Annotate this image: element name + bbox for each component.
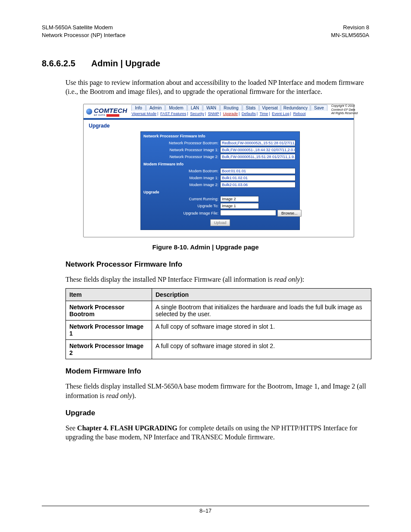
table-head-item: Item xyxy=(66,289,152,301)
upgrade-panel: Network Processor Firmware Info Network … xyxy=(140,131,300,230)
current-running-value: Image 2 xyxy=(220,196,259,202)
subnav-fast-features[interactable]: FAST Features xyxy=(160,112,186,116)
np-description-table: Item Description Network Processor Bootr… xyxy=(65,288,371,359)
np-bootrom-value: Redboot,FW-0000052L,15:51:28 01/27/11,1.… xyxy=(220,140,296,146)
table-item-1: Network Processor Image 1 xyxy=(66,320,152,340)
subnav-event-log[interactable]: Event Log xyxy=(272,112,290,116)
upgrade-section-title: Upgrade xyxy=(65,409,369,417)
table-desc-2: A full copy of software image stored in … xyxy=(152,340,371,359)
upgrade-file-label: Upgrade Image File: xyxy=(142,211,220,215)
modem-image1-label: Modem Image 1: xyxy=(142,176,220,180)
table-head-desc: Description xyxy=(152,289,371,301)
main-tabs: Info Admin Modem LAN WAN Routing Stats V… xyxy=(131,105,328,111)
brand-name: COMTECH xyxy=(94,107,127,114)
upgrade-text-a: See xyxy=(65,424,77,432)
copyright-line-3: All Rights Reserved xyxy=(331,112,367,115)
np-intro-a: These fields display the installed NP In… xyxy=(65,276,274,283)
tab-modem[interactable]: Modem xyxy=(165,105,187,111)
tab-vipersat[interactable]: Vipersat xyxy=(259,105,280,111)
tab-routing[interactable]: Routing xyxy=(220,105,242,111)
subnav-time[interactable]: Time xyxy=(260,112,268,116)
upgrade-text-b: Chapter 4. FLASH UPGRADING xyxy=(77,424,177,432)
modem-fw-group-title: Modem Firmware Info xyxy=(142,161,299,167)
modem-text-d: ). xyxy=(132,392,136,399)
table-item-0: Network Processor Bootrom xyxy=(66,301,152,320)
runhdr-right-1: Revision 8 xyxy=(343,24,369,31)
tab-redundancy[interactable]: Redundancy xyxy=(281,105,310,111)
tab-lan[interactable]: LAN xyxy=(187,105,202,111)
tab-wan[interactable]: WAN xyxy=(203,105,220,111)
np-intro-c: ): xyxy=(300,276,304,283)
tab-info[interactable]: Info xyxy=(131,105,146,111)
brand-sub: EF DATA xyxy=(94,114,106,116)
upgrade-file-input[interactable] xyxy=(220,210,276,216)
modem-image2-label: Modem Image 2: xyxy=(142,183,220,187)
np-image2-label: Network Processor Image 2: xyxy=(142,155,220,159)
table-desc-1: A full copy of software image stored in … xyxy=(152,320,371,340)
subnav-snmp[interactable]: SNMP xyxy=(208,112,219,116)
screenshot-panel: COMTECH EF DATA Copyright © 2010 Comtech… xyxy=(83,104,354,237)
section-number: 8.6.6.2.5 xyxy=(42,59,89,68)
runhdr-left-1: SLM-5650A Satellite Modem xyxy=(42,24,113,31)
browse-button[interactable]: Browse... xyxy=(277,210,302,217)
np-image1-value: Bulk,FW-0000051-,18:44:32 02/07/11,2.0.0… xyxy=(220,147,296,153)
screenshot-page-title: Upgrade xyxy=(89,123,349,129)
subnav-security[interactable]: Security xyxy=(190,112,204,116)
modem-bootrom-label: Modem Bootrom: xyxy=(142,169,220,173)
upload-button[interactable]: Upload xyxy=(210,219,230,226)
upgrade-section-text: See Chapter 4. FLASH UPGRADING for compl… xyxy=(65,423,369,442)
upgrade-to-label: Upgrade To: xyxy=(142,204,220,208)
modem-image1-value: Bulk1:01.02.01 xyxy=(220,175,296,181)
page-number: 8–17 xyxy=(0,508,411,514)
runhdr-right-2: MN-SLM5650A xyxy=(331,32,369,38)
footer-rule xyxy=(42,506,369,506)
runhdr-left-2: Network Processor (NP) Interface xyxy=(42,32,125,38)
copyright-line-1: Copyright © 2010 xyxy=(331,104,367,108)
subnav-vipersat-mode[interactable]: Vipersat Mode xyxy=(131,112,156,116)
section-heading: 8.6.6.2.5 Admin | Upgrade xyxy=(42,59,369,68)
tab-admin[interactable]: Admin xyxy=(146,105,165,111)
np-image2-value: Bulk,FW-0000051L,15:51:28 01/27/11,1.9.1 xyxy=(220,154,296,160)
upgrade-group-title: Upgrade xyxy=(142,189,299,195)
modem-image2-value: Bulk2:01.03.06 xyxy=(220,182,296,188)
table-row: Network Processor Image 1 A full copy of… xyxy=(66,320,371,340)
np-intro-b: read only xyxy=(274,276,300,283)
modem-text-a: These fields display installed SLM-5650A… xyxy=(65,383,357,390)
tab-save[interactable]: Save xyxy=(311,105,327,111)
current-running-label: Current Running: xyxy=(142,197,220,201)
modem-bootrom-value: Boot:01.01.01 xyxy=(220,168,296,174)
np-bootrom-label: Network Processor Bootrom: xyxy=(142,141,220,145)
tab-stats[interactable]: Stats xyxy=(243,105,259,111)
np-section-intro: These fields display the installed NP In… xyxy=(65,275,369,284)
globe-icon xyxy=(86,109,92,115)
np-fw-group-title: Network Processor Firmware Info xyxy=(142,133,299,139)
np-section-title: Network Processor Firmware Info xyxy=(65,260,369,269)
brand-logo: COMTECH EF DATA xyxy=(84,104,130,118)
section-title: Admin | Upgrade xyxy=(91,59,160,68)
sub-nav: Vipersat Mode| FAST Features| Security| … xyxy=(131,111,328,116)
figure-caption: Figure 8-10. Admin | Upgrade page xyxy=(42,243,369,251)
modem-section-title: Modem Firmware Info xyxy=(65,367,369,376)
table-row: Network Processor Image 2 A full copy of… xyxy=(66,340,371,359)
running-header: SLM-5650A Satellite Modem Network Proces… xyxy=(42,24,369,39)
modem-section-text: These fields display installed SLM-5650A… xyxy=(65,382,369,400)
brand-stripe-icon xyxy=(106,114,119,117)
copyright-line-2: Comtech EF Data xyxy=(331,108,367,112)
subnav-defaults[interactable]: Defaults xyxy=(242,112,256,116)
upgrade-to-select[interactable]: Image 1 xyxy=(220,203,259,209)
table-row: Network Processor Bootrom A single Bootr… xyxy=(66,301,371,320)
intro-paragraph: Use this page to review information abou… xyxy=(65,78,369,96)
subnav-upgrade[interactable]: Upgrade xyxy=(223,112,238,116)
np-image1-label: Network Processor Image 1: xyxy=(142,148,220,152)
table-desc-0: A single Bootrom that initializes the ha… xyxy=(152,301,371,320)
subnav-reboot[interactable]: Reboot xyxy=(293,112,305,116)
modem-text-c: read only xyxy=(106,392,132,399)
table-item-2: Network Processor Image 2 xyxy=(66,340,152,359)
